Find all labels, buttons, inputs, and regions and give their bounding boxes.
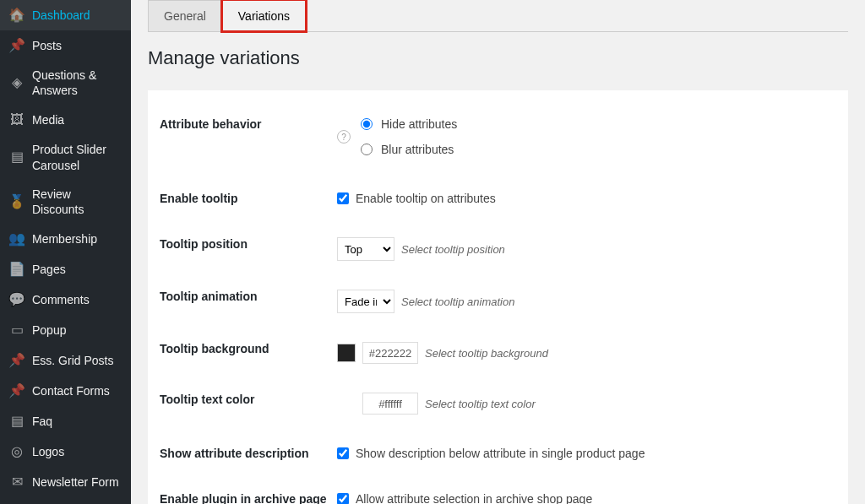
popup-icon: ▭ (8, 322, 25, 339)
media-icon: 🖼 (8, 111, 25, 128)
sidebar-item-label: Faq (32, 414, 122, 429)
color-swatch[interactable] (337, 344, 356, 362)
dashboard-icon: 🏠 (8, 7, 25, 24)
sidebar-item-posts[interactable]: 📌Posts (0, 30, 131, 61)
tab-variations[interactable]: Variations (222, 0, 306, 31)
sidebar-item-label: Membership (32, 231, 122, 247)
section-title: Manage variations (148, 47, 848, 69)
field-enable-tooltip: Enable tooltip Enable tooltip on attribu… (148, 182, 848, 215)
sidebar-item-label: Pages (32, 262, 122, 277)
field-show-attr-desc: Show attribute description Show descript… (148, 436, 848, 470)
field-hint: Select tooltip position (401, 243, 505, 256)
sidebar-item-comments[interactable]: 💬Comments (0, 285, 131, 315)
users-icon: 👥 (8, 230, 25, 247)
radio-input[interactable] (361, 144, 373, 155)
carousel-icon: ▤ (8, 149, 25, 166)
field-tooltip-animation: Tooltip animation Fade in Select tooltip… (148, 279, 848, 323)
radio-label: Hide attributes (381, 117, 457, 131)
checkbox-enable-tooltip[interactable] (337, 192, 349, 204)
sidebar-item-label: Contact Forms (32, 383, 122, 398)
sidebar-item-membership[interactable]: 👥Membership (0, 224, 131, 254)
sidebar-item-pages[interactable]: 📄Pages (0, 254, 131, 285)
checkbox-enable-archive[interactable] (337, 493, 349, 504)
sidebar-item-contact-forms[interactable]: 📌Contact Forms (0, 376, 131, 406)
pin-icon: 📌 (8, 352, 25, 369)
sidebar-item-testimonials[interactable]: 💭Testimonials (0, 497, 131, 504)
pin-icon: 📌 (8, 382, 25, 399)
field-label: Enable tooltip (160, 192, 337, 205)
checkbox-show-desc[interactable] (337, 447, 349, 459)
tabs-nav: General Variations (148, 0, 848, 32)
list-icon: ▤ (8, 413, 25, 430)
checkbox-label: Allow attribute selection in archive sho… (356, 492, 592, 504)
sidebar-item-review-discounts[interactable]: 🏅Review Discounts (0, 180, 131, 224)
radio-label: Blur attributes (381, 143, 454, 156)
field-label: Tooltip position (160, 237, 337, 251)
sidebar-item-label: Comments (32, 292, 122, 307)
sidebar-item-faq[interactable]: ▤Faq (0, 406, 131, 436)
settings-panel: Attribute behavior ? Hide attributes Blu… (148, 90, 848, 504)
color-input-background[interactable] (362, 342, 418, 364)
sidebar-item-label: Review Discounts (32, 187, 122, 217)
sidebar-item-label: Popup (32, 322, 122, 338)
help-icon[interactable]: ? (337, 130, 351, 144)
color-input-text[interactable] (362, 393, 418, 415)
checkbox-label: Enable tooltip on attributes (356, 192, 496, 205)
pin-icon: 📌 (8, 37, 25, 54)
field-tooltip-background: Tooltip background Select tooltip backgr… (148, 332, 848, 374)
field-label: Tooltip animation (160, 290, 337, 303)
select-tooltip-animation[interactable]: Fade in (337, 290, 394, 313)
admin-sidebar: 🏠Dashboard 📌Posts ◈Questions & Answers 🖼… (0, 0, 131, 504)
sidebar-item-ess-grid[interactable]: 📌Ess. Grid Posts (0, 345, 131, 376)
comment-icon: 💬 (8, 291, 25, 308)
field-hint: Select tooltip animation (401, 295, 514, 308)
main-content: General Variations Manage variations Att… (131, 0, 865, 504)
sidebar-item-logos[interactable]: ◎Logos (0, 436, 131, 467)
field-hint: Select tooltip background (425, 347, 548, 360)
sidebar-item-label: Dashboard (32, 8, 122, 23)
qa-icon: ◈ (8, 74, 25, 91)
field-tooltip-position: Tooltip position Top Select tooltip posi… (148, 227, 848, 271)
field-label: Tooltip text color (160, 393, 337, 406)
sidebar-item-label: Questions & Answers (32, 68, 122, 98)
award-icon: 🏅 (8, 193, 25, 210)
field-label: Enable plugin in archive page (160, 492, 337, 504)
mail-icon: ✉ (8, 474, 25, 490)
field-label: Tooltip background (160, 342, 337, 355)
field-enable-archive: Enable plugin in archive page Allow attr… (148, 482, 848, 504)
field-label: Attribute behavior (160, 117, 337, 131)
sidebar-item-qa[interactable]: ◈Questions & Answers (0, 61, 131, 105)
sidebar-item-label: Ess. Grid Posts (32, 353, 122, 368)
page-icon: 📄 (8, 261, 25, 278)
sidebar-item-slider-carousel[interactable]: ▤Product Slider Carousel (0, 135, 131, 179)
logos-icon: ◎ (8, 443, 25, 460)
radio-input[interactable] (361, 118, 373, 130)
sidebar-item-popup[interactable]: ▭Popup (0, 315, 131, 345)
select-tooltip-position[interactable]: Top (337, 237, 394, 261)
sidebar-item-label: Posts (32, 38, 122, 53)
checkbox-label: Show description below attribute in sing… (356, 447, 645, 460)
radio-hide-attributes[interactable]: Hide attributes (361, 117, 457, 131)
field-label: Show attribute description (160, 447, 337, 460)
sidebar-item-newsletter[interactable]: ✉Newsletter Form (0, 467, 131, 497)
sidebar-item-label: Media (32, 112, 122, 127)
field-tooltip-text-color: Tooltip text color Select tooltip text c… (148, 382, 848, 425)
radio-blur-attributes[interactable]: Blur attributes (361, 143, 457, 156)
sidebar-item-dashboard[interactable]: 🏠Dashboard (0, 0, 131, 30)
sidebar-item-label: Logos (32, 444, 122, 459)
sidebar-item-label: Newsletter Form (32, 474, 122, 490)
sidebar-item-label: Product Slider Carousel (32, 142, 122, 172)
sidebar-item-media[interactable]: 🖼Media (0, 105, 131, 135)
field-hint: Select tooltip text color (425, 398, 536, 410)
field-attribute-behavior: Attribute behavior ? Hide attributes Blu… (148, 107, 848, 166)
tab-general[interactable]: General (148, 0, 222, 31)
